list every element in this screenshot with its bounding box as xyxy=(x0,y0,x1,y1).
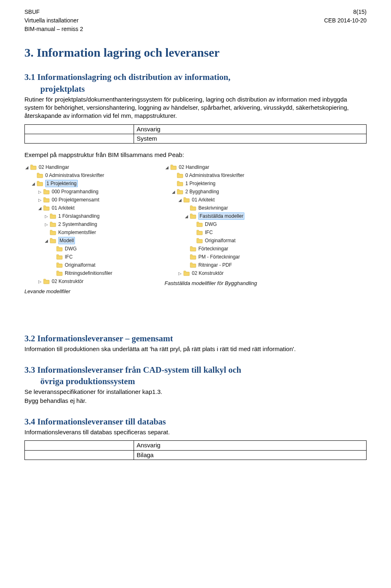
folder-icon xyxy=(183,270,190,276)
tree-node[interactable]: 1 Projektering xyxy=(165,179,287,188)
expand-icon[interactable]: ▷ xyxy=(37,197,42,203)
tree-node[interactable]: Originalformat xyxy=(24,261,147,269)
folder-icon xyxy=(190,213,196,219)
tree-node[interactable]: ◢2 Bygghandling xyxy=(165,188,287,196)
table-cell: Ansvarig xyxy=(134,124,367,134)
folder-icon xyxy=(190,246,196,252)
expand-icon[interactable]: ▷ xyxy=(44,222,49,228)
tree-node-label: Originalformat xyxy=(65,262,95,268)
tree-node[interactable]: 0 Administrativa föreskrifter xyxy=(165,171,287,179)
folder-icon xyxy=(196,230,203,235)
tree-node[interactable]: IFC xyxy=(165,228,287,237)
expand-icon[interactable]: ◢ xyxy=(24,165,29,170)
tree-node[interactable]: ▷1 Förslagshandling xyxy=(24,212,147,220)
tree-node[interactable]: Förteckningar xyxy=(165,245,287,253)
header-date: CEB 2014-10-20 xyxy=(324,17,367,24)
table-cell: System xyxy=(134,134,367,143)
tree-node-label: Ritningar - PDF xyxy=(198,262,232,268)
tree-node[interactable]: Ritningsdefinitionsfiler xyxy=(24,269,147,277)
expand-icon[interactable]: ◢ xyxy=(184,214,189,219)
tree-node[interactable]: Ritningar - PDF xyxy=(165,261,287,269)
folder-icon xyxy=(196,238,203,243)
folder-icon xyxy=(43,205,50,211)
tree-node[interactable]: DWG xyxy=(24,245,147,253)
expand-icon[interactable]: ◢ xyxy=(171,189,176,195)
expand-icon[interactable]: ◢ xyxy=(37,206,42,211)
expand-icon[interactable]: ◢ xyxy=(44,238,49,244)
tree-node[interactable]: ◢01 Arkitekt xyxy=(165,196,287,204)
para-3-4: Informationsleverans till databas specif… xyxy=(24,428,367,436)
tree-node[interactable]: 0 Administrativa föreskrifter xyxy=(24,171,147,179)
tree-node[interactable]: ◢01 Arkitekt xyxy=(24,204,147,212)
tree-node[interactable]: PM - Förteckningar xyxy=(165,253,287,261)
expand-icon[interactable]: ◢ xyxy=(165,165,169,170)
folder-tree-left[interactable]: ◢02 Handlingar0 Administrativa föreskrif… xyxy=(24,163,147,285)
expand-icon[interactable]: ◢ xyxy=(178,197,182,203)
expand-icon[interactable]: ▷ xyxy=(178,271,182,276)
tree-node[interactable]: Beskrivningar xyxy=(165,204,287,212)
expand-icon[interactable]: ▷ xyxy=(37,189,42,195)
tree-node-label: Modell xyxy=(58,237,75,244)
table-cell xyxy=(25,134,134,143)
folder-tree-right[interactable]: ◢02 Handlingar0 Administrativa föreskrif… xyxy=(165,163,287,277)
tree-node-label: Fastställda modeller xyxy=(198,212,244,220)
tree-node-label: Originalformat xyxy=(205,237,235,244)
para-3-2: Information till produktionen ska underl… xyxy=(24,345,367,353)
folder-icon xyxy=(196,221,203,227)
tree-node-label: IFC xyxy=(65,254,72,260)
folder-icon xyxy=(177,181,183,186)
tree-node[interactable]: ▷00 Projektgemensamt xyxy=(24,196,147,204)
tree-node-label: 000 Programhandling xyxy=(52,188,99,195)
tree-node-label: DWG xyxy=(205,221,217,228)
folder-icon xyxy=(183,197,190,203)
folder-icon xyxy=(56,254,63,260)
table-cell xyxy=(25,450,134,460)
tree-node-label: 02 Handlingar xyxy=(179,164,209,170)
tree-node[interactable]: ▷02 Konstruktör xyxy=(165,269,287,277)
tree-node[interactable]: Originalformat xyxy=(165,237,287,245)
para-3-1: Rutiner för projektplats/dokumenthanteri… xyxy=(24,95,367,120)
tree-node[interactable]: ◢02 Handlingar xyxy=(165,163,287,171)
expand-icon[interactable]: ◢ xyxy=(31,181,36,187)
expand-icon[interactable]: ▷ xyxy=(37,279,42,285)
page-title: 3. Information lagring och leveranser xyxy=(24,44,367,61)
heading-3-2: 3.2 Informationsleveranser – gemensamt xyxy=(24,333,367,344)
expand-icon[interactable]: ▷ xyxy=(44,214,49,219)
tree-node[interactable]: ◢02 Handlingar xyxy=(24,163,147,171)
tree-node[interactable]: DWG xyxy=(165,220,287,228)
folder-icon xyxy=(37,172,43,178)
tree-node-label: Komplementsfiler xyxy=(58,229,96,236)
tree-node[interactable]: ▷02 Konstruktör xyxy=(24,277,147,285)
folder-icon xyxy=(43,189,50,195)
folder-icon xyxy=(56,246,63,252)
tree-node[interactable]: ◢Modell xyxy=(24,237,147,245)
folder-icon xyxy=(56,262,63,268)
tree-node[interactable]: ▷000 Programhandling xyxy=(24,188,147,196)
tree-node-label: PM - Förteckningar xyxy=(198,254,240,260)
tree-node[interactable]: ◢1 Projektering xyxy=(24,179,147,188)
folder-icon xyxy=(50,221,56,227)
heading-3-4: 3.4 Informationsleveranser till databas xyxy=(24,416,367,427)
example-label: Exempel på mappstruktur från BIM tillsam… xyxy=(24,151,367,159)
tree-left-caption: Levande modellfiler xyxy=(24,288,147,295)
heading-3-3-line1: 3.3 Informationsleveranser från CAD-syst… xyxy=(24,365,241,375)
tree-node[interactable]: IFC xyxy=(24,253,147,261)
folder-icon xyxy=(177,189,183,195)
folder-icon xyxy=(190,254,196,260)
para-3-3b: Bygg behandlas ej här. xyxy=(24,397,367,405)
table-cell: Bilaga xyxy=(134,450,367,460)
tree-node-label: Beskrivningar xyxy=(198,205,228,211)
tree-node[interactable]: ◢Fastställda modeller xyxy=(165,212,287,220)
table-2: Ansvarig Bilaga xyxy=(24,440,367,460)
tree-node[interactable]: ▷2 Systemhandling xyxy=(24,220,147,228)
folder-icon xyxy=(170,164,177,170)
tree-node-label: IFC xyxy=(205,229,213,236)
folder-icon xyxy=(190,205,196,211)
folder-icon xyxy=(37,181,43,186)
folder-icon xyxy=(30,164,37,170)
folder-icon xyxy=(56,270,63,276)
folder-icon xyxy=(190,262,196,268)
tree-node[interactable]: Komplementsfiler xyxy=(24,228,147,237)
table-cell: Ansvarig xyxy=(134,441,367,450)
heading-3-3: 3.3 Informationsleveranser från CAD-syst… xyxy=(24,364,367,387)
